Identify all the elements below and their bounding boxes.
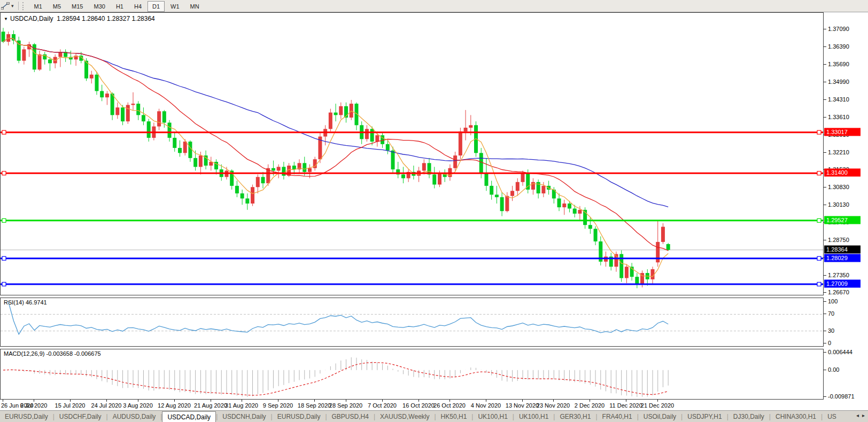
chart-tab-fra40-h1[interactable]: FRA40,H1 xyxy=(598,413,637,420)
price-level-chip[interactable]: 1.28029 xyxy=(824,254,861,262)
candle-body xyxy=(178,148,182,153)
price-tick-mark xyxy=(824,46,826,47)
toolbar-separator xyxy=(18,2,19,10)
date-tick-label: 28 Sep 2020 xyxy=(329,402,362,409)
timeframe-button-m5[interactable]: M5 xyxy=(48,1,66,12)
candle-body xyxy=(245,199,249,204)
timeframe-button-h1[interactable]: H1 xyxy=(111,1,128,12)
chart-tab-eurusd-daily[interactable]: EURUSD,Daily xyxy=(273,413,326,420)
date-tick-label: 2 Dec 2020 xyxy=(575,402,604,409)
candle-body xyxy=(479,153,483,173)
line-drag-handle[interactable] xyxy=(817,130,821,134)
line-tool-button[interactable]: ▾ xyxy=(0,0,16,12)
line-drag-handle[interactable] xyxy=(2,130,6,134)
chart-tab-audusd-daily[interactable]: AUDUSD,Daily xyxy=(108,413,161,420)
chart-tab-usdcad-daily[interactable]: USDCAD,Daily xyxy=(162,411,216,422)
candle-body xyxy=(292,166,296,169)
line-drag-handle[interactable] xyxy=(2,218,6,222)
candle-body xyxy=(90,75,94,79)
price-tick-label: 1.28750 xyxy=(828,237,849,243)
chart-tab-dj30-daily[interactable]: DJ30,Daily xyxy=(728,413,769,420)
candle-body xyxy=(147,121,151,138)
price-level-chip[interactable]: 1.31400 xyxy=(824,169,861,177)
candle-body xyxy=(22,49,26,60)
candle-body xyxy=(131,104,135,105)
chart-tab-uk100-h1[interactable]: UK100,H1 xyxy=(514,413,553,420)
chart-tab-usdchf-daily[interactable]: USDCHF,Daily xyxy=(55,413,106,420)
chart-tab-us[interactable]: US xyxy=(823,413,841,420)
price-tick-label: 1.30130 xyxy=(828,201,849,208)
candle-body xyxy=(48,59,52,63)
macd-tick-mark xyxy=(824,396,826,397)
chart-tab-uk100-h1[interactable]: UK100,H1 xyxy=(473,413,512,420)
rsi-line xyxy=(9,302,669,334)
chart-tab-ger30-h1[interactable]: GER30,H1 xyxy=(555,413,595,420)
tab-scroll-right-icon[interactable]: ▸ xyxy=(862,412,865,418)
candle-body xyxy=(422,163,426,170)
candle-body xyxy=(235,186,239,193)
candle-body xyxy=(495,194,499,197)
price-level-chip[interactable]: 1.27009 xyxy=(824,280,861,288)
candle-body xyxy=(573,208,577,213)
chart-tab-xauusd-weekly[interactable]: XAUUSD,Weekly xyxy=(375,413,434,420)
chart-tab-eurusd-daily[interactable]: EURUSD,Daily xyxy=(0,413,53,420)
tab-scroll-left-icon[interactable]: ◂ xyxy=(856,412,859,418)
line-drag-handle[interactable] xyxy=(817,282,821,286)
chart-tab-hk50-h1[interactable]: HK50,H1 xyxy=(436,413,472,420)
line-drag-handle[interactable] xyxy=(2,282,6,286)
line-drag-handle[interactable] xyxy=(817,256,821,260)
price-level-chip[interactable]: 1.29527 xyxy=(824,216,861,224)
timeframe-button-mn[interactable]: MN xyxy=(185,1,204,12)
timeframe-button-m1[interactable]: M1 xyxy=(29,1,47,12)
chart-tab-usoil-daily[interactable]: USOil,Daily xyxy=(639,413,681,420)
candle-body xyxy=(339,106,343,115)
chart-tab-china300-h1[interactable]: CHINA300,H1 xyxy=(771,413,821,420)
date-tick-mark xyxy=(242,400,242,402)
candle-body xyxy=(272,168,275,171)
candle-body xyxy=(162,111,166,122)
dropdown-arrow-icon[interactable]: ▾ xyxy=(11,3,14,9)
date-tick-mark xyxy=(553,400,554,402)
timeframe-button-m15[interactable]: M15 xyxy=(67,1,88,12)
moving-average-line-5 xyxy=(3,38,668,277)
rsi-tick-label: 30 xyxy=(828,327,834,334)
candle-body xyxy=(578,210,582,214)
price-level-chip[interactable]: 1.33017 xyxy=(824,128,861,136)
rsi-pane[interactable] xyxy=(0,298,824,347)
price-tick-mark xyxy=(824,29,826,29)
candle-body xyxy=(432,175,436,185)
price-tick-label: 1.36390 xyxy=(828,43,849,50)
price-tick-mark xyxy=(824,292,826,293)
date-tick-label: 12 Aug 2020 xyxy=(158,402,191,409)
line-drag-handle[interactable] xyxy=(2,171,6,175)
timeframe-button-d1[interactable]: D1 xyxy=(148,1,165,12)
candle-body xyxy=(401,175,405,178)
macd-pane[interactable] xyxy=(0,349,824,400)
date-tick-label: 16 Oct 2020 xyxy=(402,402,435,409)
line-drag-handle[interactable] xyxy=(817,171,821,175)
rsi-tick-label: 0 xyxy=(828,340,831,346)
chart-tab-gbpusd-h4[interactable]: GBPUSD,H4 xyxy=(327,413,374,420)
line-drag-handle[interactable] xyxy=(817,218,821,222)
date-tick-label: 4 Nov 2020 xyxy=(471,402,501,409)
timeframe-button-m30[interactable]: M30 xyxy=(89,1,110,12)
candle-body xyxy=(241,193,244,198)
toolbar: ▾ M1M5M15M30H1H4D1W1MN xyxy=(0,0,868,12)
candle-body xyxy=(38,54,42,69)
price-tick-mark xyxy=(824,152,826,153)
chart-tab-usdjpy-h1[interactable]: USDJPY,H1 xyxy=(683,413,726,420)
toolbar-grip-handle[interactable] xyxy=(22,2,26,10)
price-tick-label: 1.33610 xyxy=(828,114,849,120)
candle-body xyxy=(95,75,98,91)
chart-tab-usdcnh-daily[interactable]: USDCNH,Daily xyxy=(218,413,270,420)
candle-body xyxy=(173,138,176,148)
price-chart-pane[interactable] xyxy=(0,12,824,295)
timeframe-button-h4[interactable]: H4 xyxy=(129,1,146,12)
date-tick-mark xyxy=(590,400,590,402)
line-drag-handle[interactable] xyxy=(2,256,6,260)
candle-body xyxy=(142,115,145,121)
candle-body xyxy=(625,267,629,278)
candle-body xyxy=(438,173,441,184)
candle-body xyxy=(370,129,374,142)
timeframe-button-w1[interactable]: W1 xyxy=(166,1,184,12)
